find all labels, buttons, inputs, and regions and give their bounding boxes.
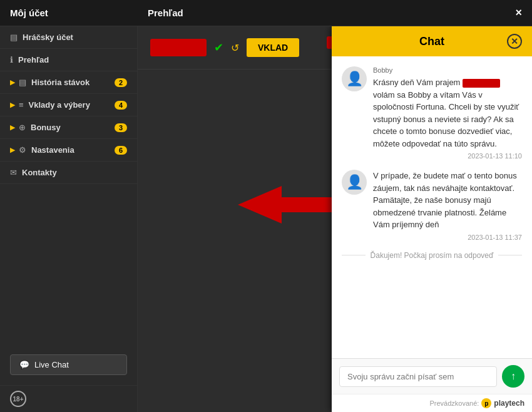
sidebar-item-label: Vklady a výbery xyxy=(29,100,115,110)
chevron-right-icon: ▶ xyxy=(10,123,15,131)
message-1-wrap: Bobby Krásny deň Vám prajem volám sa Bob… xyxy=(373,66,522,160)
sidebar-item-label: Prehľad xyxy=(18,55,127,64)
account-name-redacted xyxy=(150,39,207,56)
chat-divider: Ďakujem! Počkaj prosím na odpoveď xyxy=(342,251,522,260)
message-1-after: volám sa Bobby a vítam Vás v spoločnosti… xyxy=(373,90,519,148)
message-2-wrap: V prípade, že budete mať o tento bonus z… xyxy=(373,170,522,241)
footer-label: Prevádzkované: xyxy=(429,399,479,407)
sidebar-item-vklady[interactable]: ▶ ≡ Vklady a výbery 4 xyxy=(0,94,137,116)
sidebar-item-label: Kontakty xyxy=(22,168,127,177)
sidebar-item-bonusy[interactable]: ▶ ⊕ Bonusy 3 xyxy=(0,116,137,139)
chat-message-2: 👤 V prípade, že budete mať o tento bonus… xyxy=(342,170,522,241)
sidebar-spacer xyxy=(0,184,137,344)
top-bar: Môj účet Prehľad × xyxy=(0,0,532,26)
send-icon: ↑ xyxy=(511,371,516,382)
sidebar-item-hracsky-ucet[interactable]: ▤ Hráčsky účet xyxy=(0,26,137,49)
sidebar-item-prehlad[interactable]: ℹ Prehľad xyxy=(0,49,137,71)
redacted-name xyxy=(463,79,500,88)
section-title: Prehľad × xyxy=(138,6,532,19)
mail-icon: ✉ xyxy=(10,168,17,177)
playtech-logo: p playtech xyxy=(481,398,524,408)
chat-send-button[interactable]: ↑ xyxy=(502,365,524,388)
chevron-right-icon: ▶ xyxy=(10,101,15,109)
sidebar-item-label: Nastavenia xyxy=(31,145,115,155)
sidebar-item-label: História stávok xyxy=(31,78,115,87)
message-1-before: Krásny deň Vám prajem xyxy=(373,78,463,87)
message-2-timestamp: 2023-01-13 11:37 xyxy=(373,234,522,241)
chevron-right-icon: ▶ xyxy=(10,78,15,86)
grid-icon: ▤ xyxy=(10,33,18,42)
agent-name: Bobby xyxy=(373,66,522,74)
verified-icon: ✔ xyxy=(214,41,223,54)
chat-icon: 💬 xyxy=(19,360,29,369)
badge: 2 xyxy=(115,78,127,87)
sidebar-item-kontakty[interactable]: ✉ Kontakty xyxy=(0,162,137,184)
main-layout: ▤ Hráčsky účet ℹ Prehľad ▶ ▤ História st… xyxy=(0,26,532,412)
divider-text: Ďakujem! Počkaj prosím na odpoveď xyxy=(371,251,494,260)
age-badge: 18+ xyxy=(10,391,26,407)
message-1-timestamp: 2023-01-13 11:10 xyxy=(373,152,522,160)
sidebar-item-label: Hráčsky účet xyxy=(23,33,127,42)
badge: 4 xyxy=(115,101,127,110)
chat-close-button[interactable]: ✕ xyxy=(507,34,522,49)
divider-line-left xyxy=(342,255,366,255)
overview-label: Prehľad xyxy=(148,8,183,18)
refresh-icon[interactable]: ↺ xyxy=(231,42,239,54)
chat-input-area: ↑ xyxy=(332,358,532,394)
arrow-indicator xyxy=(238,186,338,226)
account-title: Môj účet xyxy=(0,8,138,18)
main-content: ✔ ↺ VKLAD Stav konta 0.00 € Casino bonus… xyxy=(138,26,532,412)
chat-panel: Chat ✕ 👤 Bobby Krásny deň Vám prajem vol… xyxy=(332,26,532,412)
playtech-p-icon: p xyxy=(481,398,491,408)
chat-input[interactable] xyxy=(339,366,497,387)
chat-header: Chat ✕ xyxy=(332,26,532,56)
close-button[interactable]: × xyxy=(515,6,522,19)
wallet-icon: ≡ xyxy=(19,100,24,110)
live-chat-button[interactable]: 💬 Live Chat xyxy=(10,354,127,375)
sidebar-item-label: Bonusy xyxy=(31,123,115,132)
chat-footer: Prevádzkované: p playtech xyxy=(332,394,532,412)
sidebar-item-historia-stavok[interactable]: ▶ ▤ História stávok 2 xyxy=(0,71,137,94)
bonus-icon: ⊕ xyxy=(19,123,26,132)
chevron-right-icon: ▶ xyxy=(10,146,15,154)
badge: 6 xyxy=(115,146,127,155)
live-chat-label: Live Chat xyxy=(34,360,69,369)
agent-avatar: 👤 xyxy=(342,66,367,91)
history-icon: ▤ xyxy=(19,78,26,87)
vklad-button[interactable]: VKLAD xyxy=(247,38,299,57)
message-1-text: Krásny deň Vám prajem volám sa Bobby a v… xyxy=(373,76,522,150)
avatar-icon-2: 👤 xyxy=(346,174,363,190)
divider-line-right xyxy=(498,255,522,255)
svg-marker-0 xyxy=(238,186,338,224)
chat-messages: 👤 Bobby Krásny deň Vám prajem volám sa B… xyxy=(332,56,532,358)
playtech-text: playtech xyxy=(494,399,524,408)
chat-title: Chat xyxy=(357,35,507,48)
avatar-icon: 👤 xyxy=(346,71,363,87)
message-2-text: V prípade, že budete mať o tento bonus z… xyxy=(373,170,522,231)
badge: 3 xyxy=(115,123,127,132)
info-icon: ℹ xyxy=(10,55,13,64)
age-indicator: 18+ xyxy=(0,385,137,412)
chat-message-1: 👤 Bobby Krásny deň Vám prajem volám sa B… xyxy=(342,66,522,160)
agent-avatar-2: 👤 xyxy=(342,170,367,195)
settings-icon: ⚙ xyxy=(19,145,26,155)
sidebar-item-nastavenia[interactable]: ▶ ⚙ Nastavenia 6 xyxy=(0,139,137,162)
sidebar: ▤ Hráčsky účet ℹ Prehľad ▶ ▤ História st… xyxy=(0,26,138,412)
